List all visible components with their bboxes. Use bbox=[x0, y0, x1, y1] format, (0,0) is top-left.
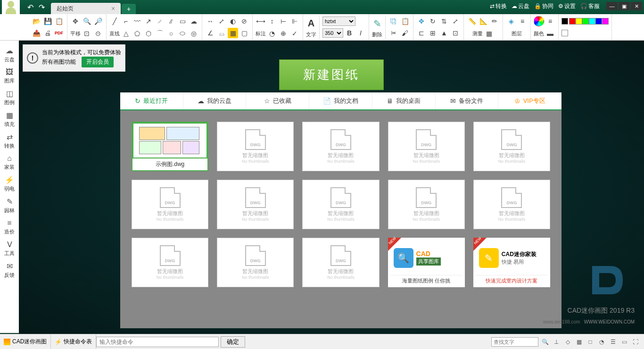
region-icon[interactable]: ▢ bbox=[239, 28, 249, 38]
paste-icon[interactable]: 📋 bbox=[400, 16, 410, 26]
osnap-toggle[interactable]: □ bbox=[586, 337, 595, 347]
command-input[interactable] bbox=[96, 337, 219, 347]
dim-linear-icon[interactable]: ↔ bbox=[205, 16, 215, 26]
promo-home-design[interactable]: NEW ✎ CAD迷你家装快捷 易用 快速完成室内设计方案 bbox=[473, 238, 550, 287]
sidebar-item-9[interactable]: Ⅴ工具 bbox=[1, 238, 18, 259]
measure-id-icon[interactable]: ▦ bbox=[484, 28, 494, 39]
file-tab-5[interactable]: ✉备份文件 bbox=[436, 92, 499, 109]
delete-icon[interactable]: ✎ bbox=[373, 17, 381, 31]
file-card-empty[interactable]: DWG 暂无缩微图 No thumbnails bbox=[388, 122, 465, 171]
window-maximize[interactable]: ▣ bbox=[619, 2, 630, 10]
lwt-toggle[interactable]: ☰ bbox=[608, 337, 618, 347]
dim-arc-icon[interactable]: ⌓ bbox=[216, 28, 227, 38]
ellipse-icon[interactable]: ⬭ bbox=[177, 28, 188, 39]
color-swatch[interactable] bbox=[582, 18, 589, 25]
measure-area-icon[interactable]: 📐 bbox=[478, 16, 488, 26]
window-minimize[interactable]: — bbox=[606, 2, 618, 10]
confirm-button[interactable]: 确定 bbox=[221, 336, 245, 348]
pan-icon[interactable]: ✥ bbox=[70, 16, 81, 26]
saveas-icon[interactable]: 📋 bbox=[54, 16, 64, 26]
zoom-in-icon[interactable]: 🔍 bbox=[82, 16, 92, 26]
file-card-empty[interactable]: DWG 暂无缩微图 No thumbnails bbox=[388, 180, 465, 229]
file-tab-4[interactable]: 🖥我的桌面 bbox=[372, 92, 436, 109]
brush-icon[interactable]: 🖌 bbox=[400, 28, 410, 38]
cmd-table-button[interactable]: ⚡快捷命令表 bbox=[51, 334, 96, 349]
triangle-icon[interactable]: △ bbox=[121, 28, 131, 39]
color-swatch[interactable] bbox=[595, 18, 602, 25]
text-icon[interactable]: A bbox=[308, 17, 314, 31]
file-card-empty[interactable]: DWG 暂无缩微图 No thumbnails bbox=[132, 180, 208, 229]
sidebar-item-5[interactable]: ⌂家装 bbox=[1, 152, 18, 173]
spline-icon[interactable]: 〰 bbox=[132, 16, 142, 26]
tab-start-page[interactable]: 起始页 × bbox=[51, 3, 121, 14]
dim-baseline-icon[interactable]: ⊩ bbox=[289, 16, 300, 26]
dim-angular-icon[interactable]: ∠ bbox=[205, 28, 215, 38]
file-card-empty[interactable]: DWG 暂无缩微图 No thumbnails bbox=[302, 180, 379, 229]
copy-icon[interactable]: ⿻ bbox=[388, 16, 399, 26]
nav-forward[interactable]: ↷ bbox=[36, 1, 47, 13]
color-swatch[interactable] bbox=[602, 18, 609, 25]
sidebar-item-0[interactable]: ☁云盘 bbox=[1, 44, 18, 65]
sidebar-item-6[interactable]: ⚡弱电 bbox=[1, 174, 18, 194]
zoom-extents-icon[interactable]: ⊙ bbox=[93, 28, 103, 39]
color-swatch[interactable] bbox=[569, 18, 576, 25]
link-collab[interactable]: 🔒协同 bbox=[532, 1, 555, 11]
pentagon-icon[interactable]: ⬠ bbox=[132, 28, 142, 39]
layer-icon[interactable]: ◈ bbox=[506, 16, 516, 26]
upgrade-button[interactable]: 开启会员 bbox=[82, 57, 114, 67]
arc-icon[interactable]: ⌒ bbox=[155, 28, 165, 39]
model-toggle[interactable]: ▭ bbox=[619, 337, 629, 347]
sidebar-item-8[interactable]: ≡造价 bbox=[1, 217, 18, 237]
layer-props-icon[interactable]: ≡ bbox=[517, 16, 528, 26]
linetype-icon[interactable]: ≡ bbox=[545, 16, 555, 26]
align-icon[interactable]: ▲ bbox=[439, 28, 449, 38]
file-card-empty[interactable]: DWG 暂无缩微图 No thumbnails bbox=[473, 122, 550, 171]
dim-v-icon[interactable]: ↕ bbox=[267, 16, 277, 26]
grid-toggle[interactable]: ▦ bbox=[574, 337, 584, 347]
stretch-icon[interactable]: ⊡ bbox=[450, 28, 461, 38]
file-tab-2[interactable]: ☆已收藏 bbox=[246, 92, 309, 109]
link-settings[interactable]: ⚙设置 bbox=[556, 1, 578, 11]
find-text-input[interactable] bbox=[491, 337, 538, 347]
sidebar-item-7[interactable]: ✎园林 bbox=[1, 195, 18, 216]
pdf-icon[interactable]: PDF bbox=[54, 28, 64, 38]
ray-icon[interactable]: ↗ bbox=[143, 16, 154, 26]
snap-toggle[interactable]: ◇ bbox=[563, 337, 572, 347]
dim-continue-icon[interactable]: ⊢ bbox=[278, 16, 289, 26]
file-card-empty[interactable]: DWG 暂无缩微图 No thumbnails bbox=[217, 180, 294, 229]
new-drawing-button[interactable]: 新建图纸 bbox=[279, 59, 384, 90]
lineweight-icon[interactable]: ▬ bbox=[545, 28, 555, 39]
donut-icon[interactable]: ◎ bbox=[189, 28, 199, 39]
tolerance-icon[interactable]: ⊕ bbox=[278, 28, 289, 39]
cloud-icon[interactable]: ☁ bbox=[189, 16, 199, 26]
ortho-toggle[interactable]: ⊥ bbox=[552, 337, 561, 347]
file-card-empty[interactable]: DWG 暂无缩微图 No thumbnails bbox=[217, 122, 294, 171]
scale-icon[interactable]: ⤢ bbox=[450, 16, 461, 26]
sidebar-item-4[interactable]: ⇄转换 bbox=[1, 131, 18, 151]
file-tab-0[interactable]: ↻最近打开 bbox=[120, 92, 183, 109]
save-icon[interactable]: 💾 bbox=[42, 16, 53, 26]
user-avatar[interactable] bbox=[2, 0, 20, 16]
expand-toggle[interactable]: ⛶ bbox=[631, 337, 640, 347]
tab-add-button[interactable]: + bbox=[122, 4, 136, 14]
measure-dist-icon[interactable]: 📏 bbox=[467, 16, 477, 26]
open-icon[interactable]: 📂 bbox=[31, 16, 41, 26]
array-icon[interactable]: ⊞ bbox=[428, 28, 438, 38]
file-card-empty[interactable]: DWG 暂无缩微图 No thumbnails bbox=[473, 180, 550, 229]
file-tab-1[interactable]: ☁我的云盘 bbox=[183, 92, 247, 109]
rect-icon[interactable]: ▭ bbox=[177, 16, 188, 26]
xline-icon[interactable]: ⟋ bbox=[155, 16, 165, 26]
file-card-empty[interactable]: DWG 暂无缩微图 No thumbnails bbox=[132, 238, 208, 287]
print-icon[interactable]: 🖨 bbox=[42, 28, 53, 38]
dim-aligned-icon[interactable]: ⤢ bbox=[216, 16, 227, 26]
leader-icon[interactable]: ◔ bbox=[267, 28, 277, 39]
fontsize-select[interactable]: 350 bbox=[322, 28, 343, 38]
color-black[interactable] bbox=[561, 18, 568, 25]
polar-toggle[interactable]: ◔ bbox=[597, 337, 606, 347]
promo-cad-library[interactable]: NEW 🔍 CAD共享图库 海量图纸图例 任你挑 bbox=[388, 238, 465, 287]
color-swatch[interactable] bbox=[576, 18, 582, 25]
zoom-out-icon[interactable]: 🔎 bbox=[93, 16, 103, 26]
nav-back[interactable]: ↶ bbox=[25, 1, 36, 13]
offset-icon[interactable]: ⊏ bbox=[416, 28, 427, 38]
rotate-icon[interactable]: ↻ bbox=[428, 16, 438, 26]
